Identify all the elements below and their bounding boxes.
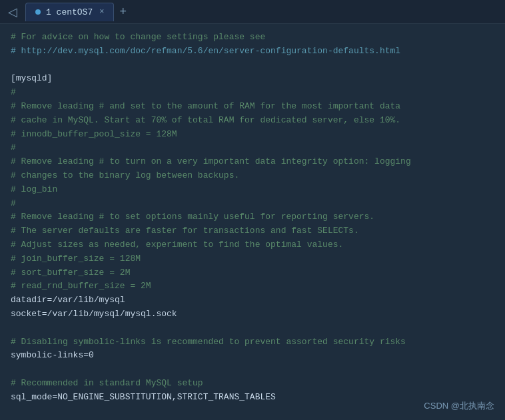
code-line [11, 363, 494, 377]
title-bar-controls: ◁ [5, 5, 20, 19]
code-line: # Remove leading # to turn on a very imp… [11, 155, 494, 169]
code-line: # innodb_buffer_pool_size = 128M [11, 128, 494, 142]
code-line: # Remove leading # to set options mainly… [11, 210, 494, 224]
code-line: # join_buffer_size = 128M [11, 252, 494, 266]
code-line: # changes to the binary log between back… [11, 169, 494, 183]
editor-area: # For advice on how to change settings p… [0, 24, 505, 420]
back-button[interactable]: ◁ [5, 5, 20, 19]
title-bar: ◁ 1 centOS7 × + [0, 0, 505, 24]
code-line: sql_mode=NO_ENGINE_SUBSTITUTION,STRICT_T… [11, 391, 494, 405]
code-content: # For advice on how to change settings p… [11, 31, 494, 420]
tab-close-icon[interactable]: × [99, 7, 104, 17]
code-line: # Remove leading # and set to the amount… [11, 100, 494, 114]
code-line: # read_rnd_buffer_size = 2M [11, 280, 494, 294]
code-line: [mysqld] [11, 72, 494, 86]
code-line: # Adjust sizes as needed, experiment to … [11, 238, 494, 252]
code-line [11, 321, 494, 335]
code-line: symbolic-links=0 [11, 349, 494, 363]
code-line: # [11, 197, 494, 211]
code-line: socket=/var/lib/mysql/mysql.sock [11, 308, 494, 321]
code-line: # log_bin [11, 183, 494, 197]
code-line: # http://dev.mysql.com/doc/refman/5.6/en… [11, 45, 494, 59]
tab-indicator [35, 9, 41, 15]
active-tab[interactable]: 1 centOS7 × [25, 3, 114, 21]
code-line [11, 59, 494, 73]
tab-label: 1 centOS7 [46, 7, 93, 17]
code-line: datadir=/var/lib/mysql [11, 294, 494, 308]
code-line: # Recommended in standard MySQL setup [11, 377, 494, 391]
code-line: # Disabling symbolic-links is recommende… [11, 335, 494, 349]
code-line: # [11, 141, 494, 155]
code-line: # The server defaults are faster for tra… [11, 224, 494, 238]
code-line: # sort_buffer_size = 2M [11, 266, 494, 280]
tab-bar: 1 centOS7 × + [25, 3, 132, 21]
code-line: # cache in MySQL. Start at 70% of total … [11, 114, 494, 128]
add-tab-button[interactable]: + [114, 5, 132, 19]
code-line: # [11, 86, 494, 100]
code-line [11, 405, 494, 419]
code-line: # For advice on how to change settings p… [11, 31, 494, 45]
watermark: CSDN @北执南念 [424, 400, 494, 412]
